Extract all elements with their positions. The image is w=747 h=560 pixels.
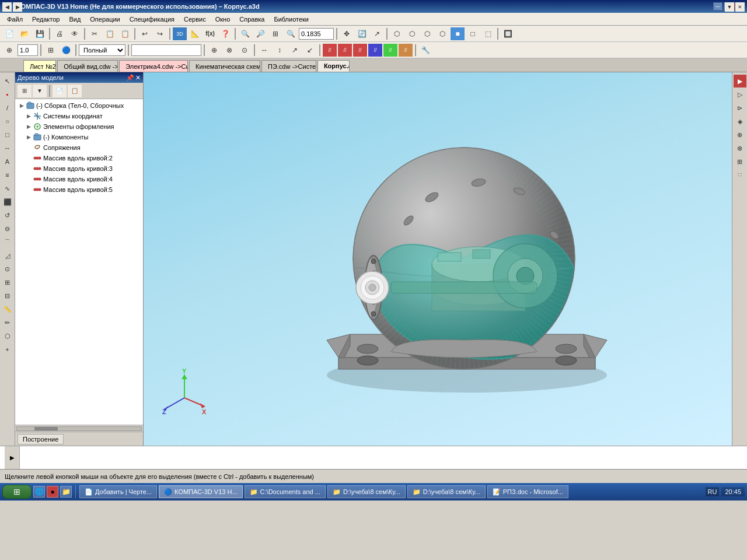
left-icon-chamfer[interactable]: ◿ (1, 249, 14, 262)
start-button[interactable]: ⊞ (2, 485, 32, 499)
right-icon-1[interactable]: ▶ (734, 75, 746, 88)
view-wire-btn[interactable]: □ (466, 27, 480, 40)
t2-r5[interactable]: // (383, 44, 397, 57)
view-top-btn[interactable]: ⬡ (405, 27, 419, 40)
view-front-btn[interactable]: ⬡ (420, 27, 434, 40)
left-icon-line[interactable]: / (1, 102, 14, 114)
tab-prev[interactable]: ◀ (2, 2, 12, 12)
taskbar-item-2[interactable]: 📁 C:\Documents and ... (245, 485, 326, 498)
tree-scroll-track[interactable] (16, 426, 142, 431)
menu-operations[interactable]: Операции (85, 15, 124, 24)
view-hidden-btn[interactable]: ⬚ (481, 27, 495, 40)
left-icon-rect[interactable]: □ (1, 128, 14, 141)
sketch-btn[interactable]: 📐 (188, 27, 202, 40)
tree-item-8[interactable]: Массив вдоль кривой:5 (16, 184, 142, 195)
tab-3[interactable]: Кинематическая схема.cdw ->Вид 1 (189, 60, 260, 72)
tree-pin-btn[interactable]: 📌 (126, 74, 134, 82)
left-icon-extrude[interactable]: ⬛ (1, 195, 14, 208)
tree-tb-1[interactable]: ⊞ (18, 85, 32, 97)
tree-scrollbar[interactable] (15, 425, 143, 432)
zoom-in-btn[interactable]: 🔍 (238, 27, 252, 40)
taskbar-item-0[interactable]: 📄 Добавить | Черте... (79, 485, 157, 498)
save-btn[interactable]: 💾 (33, 27, 47, 40)
menu-service[interactable]: Сервис (179, 15, 211, 24)
expand-icon[interactable]: ▶ (10, 454, 15, 461)
taskbar-icon-ie[interactable]: 🌐 (33, 486, 45, 498)
left-icon-point[interactable]: • (1, 88, 14, 101)
tree-item-2[interactable]: ▶ Элементы оформления (16, 121, 142, 132)
tree-tb-3[interactable]: 📄 (53, 85, 67, 97)
tab-5[interactable]: Корпус.a3d (317, 60, 350, 72)
menu-spec[interactable]: Спецификация (125, 15, 179, 24)
tab-1[interactable]: Общий вид.cdw ->Разрез Б-Б (57, 60, 118, 72)
zoom-custom-btn[interactable]: 🔍 (284, 27, 298, 40)
view-dropdown[interactable]: Полный Каркас (79, 44, 125, 56)
menu-libraries[interactable]: Библиотеки (269, 15, 313, 24)
left-icon-revolve[interactable]: ↺ (1, 209, 14, 222)
menu-window[interactable]: Окно (211, 15, 235, 24)
t2-r3[interactable]: // (353, 44, 367, 57)
taskbar-item-4[interactable]: 📁 D:\учеба\8 сем\Ку... (407, 485, 486, 498)
left-icon-select[interactable]: ↖ (1, 75, 14, 88)
formula-btn[interactable]: f(x) (203, 27, 217, 40)
view-right-btn[interactable]: ⬡ (435, 27, 449, 40)
t2-misc3[interactable]: ⊙ (238, 44, 252, 57)
tab-0[interactable]: Лист №2.frw (23, 60, 56, 72)
zoom-out-btn[interactable]: 🔎 (253, 27, 267, 40)
zoom-fit-btn[interactable]: ⊞ (268, 27, 282, 40)
right-icon-2[interactable]: ▷ (734, 88, 746, 101)
3d-viewport[interactable]: Z X Y (144, 72, 732, 446)
t2-r2[interactable]: // (338, 44, 352, 57)
t2-grid[interactable]: ⊞ (44, 44, 58, 57)
menu-view[interactable]: Вид (64, 15, 85, 24)
copy-btn[interactable]: 📋 (103, 27, 117, 40)
help-cursor-btn[interactable]: ❓ (218, 27, 232, 40)
t2-misc1[interactable]: ⊕ (207, 44, 221, 57)
build-tab[interactable]: Построение (18, 434, 64, 444)
left-icon-plane[interactable]: ⬡ (1, 330, 14, 342)
tree-expand-3[interactable]: ▶ (25, 133, 33, 141)
display-btn[interactable]: 🔲 (501, 27, 515, 40)
filter-input[interactable] (131, 44, 201, 56)
t2-r1[interactable]: // (323, 44, 337, 57)
pan-btn[interactable]: ✥ (340, 27, 354, 40)
tree-item-1[interactable]: ▶ Системы координат (16, 111, 142, 121)
t2-more[interactable]: 🔧 (418, 44, 432, 57)
right-icon-8[interactable]: ∷ (734, 169, 746, 181)
left-icon-measure[interactable]: 📏 (1, 303, 14, 316)
tree-expand-1[interactable]: ▶ (25, 112, 33, 120)
cut-btn[interactable]: ✂ (88, 27, 102, 40)
scale-input[interactable] (18, 44, 38, 56)
tree-tb-2[interactable]: ▼ (33, 85, 47, 97)
t2-r6[interactable]: // (399, 44, 413, 57)
taskbar-item-1[interactable]: 🔵 КОМПАС-3D V13 H... (159, 485, 242, 498)
taskbar-item-3[interactable]: 📁 D:\учеба\8 сем\Ку... (327, 485, 406, 498)
tree-item-0[interactable]: ▶ (-) Сборка (Тел-0, Сборочных (16, 100, 142, 111)
print-preview-btn[interactable]: 👁 (68, 27, 82, 40)
view-iso-btn[interactable]: ⬡ (390, 27, 404, 40)
t2-misc5[interactable]: ↕ (273, 44, 287, 57)
menu-help[interactable]: Справка (235, 15, 269, 24)
print-btn[interactable]: 🖨 (53, 27, 67, 40)
orbit-btn[interactable]: ↗ (370, 27, 384, 40)
t2-r4[interactable]: // (368, 44, 382, 57)
tree-item-5[interactable]: Массив вдоль кривой:2 (16, 153, 142, 163)
minimize-button[interactable]: ─ (713, 2, 722, 10)
left-icon-mirror[interactable]: ⊟ (1, 289, 14, 302)
taskbar-icon-chrome[interactable]: ● (47, 486, 58, 498)
right-icon-4[interactable]: ◈ (734, 115, 746, 128)
tree-close-btn[interactable]: ✕ (135, 74, 141, 82)
left-icon-pattern[interactable]: ⊞ (1, 276, 14, 289)
zoom-value[interactable] (299, 28, 334, 40)
t2-move[interactable]: ⊕ (2, 44, 16, 57)
tree-tb-4[interactable]: 📋 (68, 85, 82, 97)
tree-item-6[interactable]: Массив вдоль кривой:3 (16, 163, 142, 174)
tab-close[interactable]: ✕ (735, 2, 745, 12)
tab-next[interactable]: ▶ (13, 2, 22, 12)
t2-misc7[interactable]: ↙ (303, 44, 317, 57)
tree-item-7[interactable]: Массив вдоль кривой:4 (16, 174, 142, 184)
3d-model-btn[interactable]: 3D (173, 27, 187, 40)
tree-item-4[interactable]: Сопряжения (16, 142, 142, 153)
tab-2[interactable]: Электрика4.cdw ->Системный вид (119, 60, 188, 72)
paste-btn[interactable]: 📋 (118, 27, 132, 40)
